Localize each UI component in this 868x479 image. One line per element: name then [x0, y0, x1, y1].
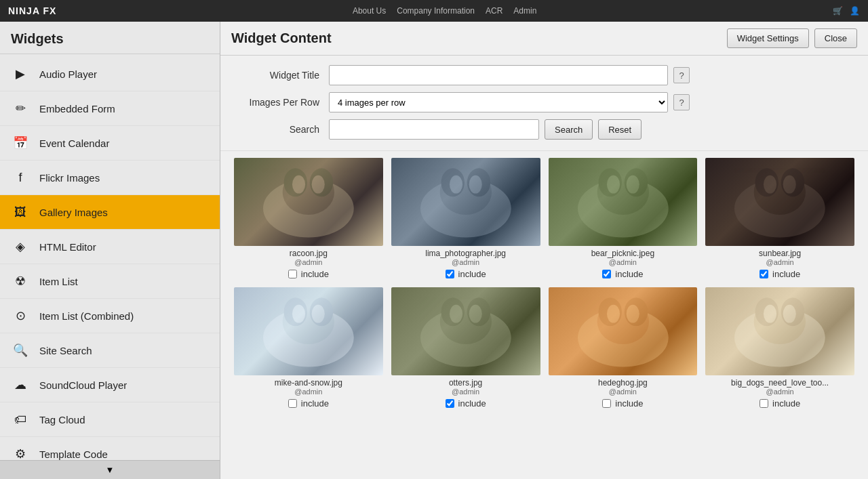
image-include-row-bear_picknic: include — [602, 269, 643, 279]
sidebar-label-embedded-form: Embedded Form — [39, 103, 115, 114]
image-include-checkbox-hedeghog[interactable] — [602, 399, 611, 408]
image-author-mike-and-snow: @admin — [294, 388, 322, 396]
image-author-racoon: @admin — [294, 258, 322, 266]
svg-point-11 — [469, 175, 481, 194]
content-header: Widget Content Widget Settings Close — [220, 22, 868, 56]
image-item-racoon: racoon.jpg@admininclude — [234, 158, 383, 279]
image-thumb-racoon[interactable] — [234, 158, 383, 246]
sidebar-item-tag-cloud[interactable]: 🏷 Tag Cloud — [0, 402, 220, 437]
content-area: Widget Content Widget Settings Close Wid… — [220, 22, 868, 479]
image-include-row-racoon: include — [288, 269, 329, 279]
nav-icons: 🛒 👤 — [833, 6, 860, 16]
widget-title-help[interactable]: ? — [673, 67, 690, 83]
svg-point-17 — [626, 175, 639, 194]
user-icon[interactable]: 👤 — [850, 6, 860, 16]
sidebar-item-item-list[interactable]: ☢ Item List — [0, 264, 220, 299]
image-include-label-bear_picknic: include — [615, 269, 643, 279]
image-thumb-mike-and-snow[interactable] — [234, 287, 383, 375]
form-area: Widget Title ? Images Per Row 1 image pe… — [220, 56, 868, 151]
top-navigation: NINJA FX About Us Company Information AC… — [0, 0, 868, 22]
sidebar-label-template-code: Template Code — [39, 449, 108, 460]
svg-point-28 — [292, 305, 305, 323]
images-per-row-select[interactable]: 1 image per row2 images per row3 images … — [329, 92, 668, 112]
sidebar-label-item-list: Item List — [39, 276, 78, 287]
image-thumb-lima_photographer[interactable] — [391, 158, 540, 246]
image-include-row-otters: include — [446, 398, 486, 409]
image-filename-bear_picknic: bear_picknic.jpeg — [591, 249, 654, 258]
image-include-label-big_dogs_need_love_too: include — [772, 398, 800, 409]
image-include-checkbox-big_dogs_need_love_too[interactable] — [760, 399, 768, 408]
content-title: Widget Content — [231, 30, 332, 46]
image-include-label-otters: include — [458, 398, 486, 409]
close-button[interactable]: Close — [814, 28, 857, 48]
sidebar-icon-tag-cloud: 🏷 — [9, 409, 31, 430]
sidebar-icon-soundcloud-player: ☁ — [9, 374, 31, 396]
image-include-label-sunbear: include — [772, 269, 800, 279]
image-include-checkbox-lima_photographer[interactable] — [446, 270, 454, 278]
sidebar-item-html-editor[interactable]: ◈ HTML Editor — [0, 230, 220, 264]
sidebar-item-site-search[interactable]: 🔍 Site Search — [0, 333, 220, 368]
sidebar-title: Widgets — [0, 22, 220, 54]
sidebar-icon-event-calendar: 📅 — [9, 132, 31, 154]
cart-icon[interactable]: 🛒 — [833, 6, 843, 16]
widget-settings-button[interactable]: Widget Settings — [727, 28, 809, 48]
sidebar-icon-embedded-form: ✏ — [9, 98, 31, 119]
sidebar-label-event-calendar: Event Calendar — [39, 138, 109, 149]
image-thumb-bear_picknic[interactable] — [549, 158, 698, 246]
image-thumb-hedeghog[interactable] — [549, 287, 698, 375]
image-thumb-big_dogs_need_love_too[interactable] — [705, 287, 854, 375]
svg-point-16 — [606, 175, 619, 194]
sidebar-item-audio-player[interactable]: ▶ Audio Player — [0, 57, 220, 91]
image-item-mike-and-snow: mike-and-snow.jpg@admininclude — [234, 287, 383, 409]
image-filename-otters: otters.jpg — [449, 378, 482, 388]
image-thumb-sunbear[interactable] — [705, 158, 854, 246]
nav-acr[interactable]: ACR — [486, 6, 502, 16]
image-author-lima_photographer: @admin — [452, 258, 479, 266]
reset-button[interactable]: Reset — [598, 119, 642, 140]
nav-links: About Us Company Information ACR Admin — [353, 6, 536, 16]
image-item-lima_photographer: lima_photographer.jpg@admininclude — [391, 158, 540, 279]
image-author-otters: @admin — [452, 388, 479, 396]
image-filename-big_dogs_need_love_too: big_dogs_need_love_too... — [731, 378, 829, 388]
sidebar-label-item-list-combined: Item List (Combined) — [39, 310, 134, 322]
sidebar-item-flickr-images[interactable]: f Flickr Images — [0, 161, 220, 195]
images-per-row-help[interactable]: ? — [673, 94, 690, 110]
sidebar-icon-item-list: ☢ — [9, 270, 31, 292]
nav-company[interactable]: Company Information — [397, 6, 475, 16]
sidebar-item-gallery-images[interactable]: 🖼 Gallery Images — [0, 195, 220, 230]
images-grid: racoon.jpg@admininclude lima_photographe… — [234, 158, 854, 409]
image-include-checkbox-otters[interactable] — [446, 399, 454, 408]
nav-about[interactable]: About Us — [353, 6, 386, 16]
image-include-row-big_dogs_need_love_too: include — [760, 398, 800, 409]
logo: NINJA FX — [8, 5, 56, 16]
sidebar-icon-item-list-combined: ⊙ — [9, 305, 31, 327]
image-include-checkbox-bear_picknic[interactable] — [602, 270, 611, 278]
sidebar-item-item-list-combined[interactable]: ⊙ Item List (Combined) — [0, 299, 220, 333]
image-include-label-lima_photographer: include — [458, 269, 486, 279]
widget-title-row: Widget Title ? — [234, 65, 854, 85]
sidebar-item-template-code[interactable]: ⚙ Template Code — [0, 437, 220, 460]
image-include-checkbox-mike-and-snow[interactable] — [288, 399, 297, 408]
sidebar-scroll-down[interactable]: ▼ — [0, 460, 220, 479]
svg-point-29 — [312, 305, 325, 323]
sidebar-item-soundcloud-player[interactable]: ☁ SoundCloud Player — [0, 368, 220, 402]
image-filename-hedeghog: hedeghog.jpg — [598, 378, 648, 388]
image-thumb-otters[interactable] — [391, 287, 540, 375]
sidebar-icon-audio-player: ▶ — [9, 63, 31, 85]
search-label: Search — [234, 124, 329, 135]
nav-admin[interactable]: Admin — [513, 6, 536, 16]
image-author-hedeghog: @admin — [609, 388, 637, 396]
search-button[interactable]: Search — [545, 119, 593, 140]
svg-point-10 — [450, 175, 462, 194]
image-include-checkbox-sunbear[interactable] — [760, 270, 768, 278]
sidebar-item-embedded-form[interactable]: ✏ Embedded Form — [0, 91, 220, 126]
image-include-row-lima_photographer: include — [446, 269, 486, 279]
widget-title-input[interactable] — [329, 65, 668, 85]
sidebar-list: ▶ Audio Player ✏ Embedded Form 📅 Event C… — [0, 54, 220, 460]
svg-point-40 — [606, 305, 619, 323]
image-include-checkbox-racoon[interactable] — [288, 270, 297, 278]
sidebar-label-soundcloud-player: SoundCloud Player — [39, 379, 127, 391]
sidebar-label-tag-cloud: Tag Cloud — [39, 414, 85, 425]
sidebar-item-event-calendar[interactable]: 📅 Event Calendar — [0, 126, 220, 161]
search-input[interactable] — [329, 119, 539, 140]
